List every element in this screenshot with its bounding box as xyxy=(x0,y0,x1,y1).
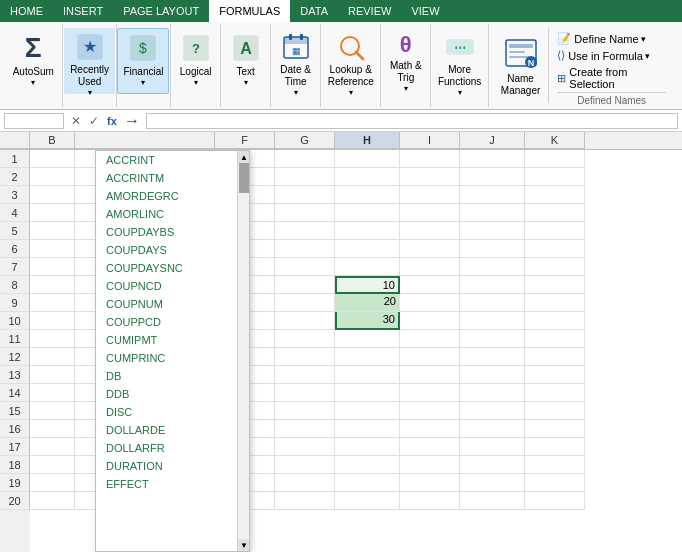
cell-i7[interactable] xyxy=(400,258,460,276)
cell-b3[interactable] xyxy=(30,186,75,204)
cell-k2[interactable] xyxy=(525,168,585,186)
date-time-button[interactable]: ▦ Date &Time ▾ xyxy=(274,28,318,94)
cell-b2[interactable] xyxy=(30,168,75,186)
dropdown-item-amorlinc[interactable]: AMORLINC xyxy=(96,205,249,223)
cell-h2[interactable] xyxy=(335,168,400,186)
cell-b1[interactable] xyxy=(30,150,75,168)
dropdown-item-db[interactable]: DB xyxy=(96,367,249,385)
cell-k5[interactable] xyxy=(525,222,585,240)
cell-i9[interactable] xyxy=(400,294,460,312)
cell-j5[interactable] xyxy=(460,222,525,240)
cell-g7[interactable] xyxy=(275,258,335,276)
text-button[interactable]: A Text ▾ xyxy=(224,28,268,94)
formula-input[interactable] xyxy=(146,113,678,129)
cell-i1[interactable] xyxy=(400,150,460,168)
cell-b6[interactable] xyxy=(30,240,75,258)
cell-g4[interactable] xyxy=(275,204,335,222)
dropdown-item-ddb[interactable]: DDB xyxy=(96,385,249,403)
dropdown-item-duration[interactable]: DURATION xyxy=(96,457,249,475)
tab-page-layout[interactable]: PAGE LAYOUT xyxy=(113,0,209,22)
cell-h10[interactable]: 30 xyxy=(335,312,400,330)
recently-used-button[interactable]: ★ RecentlyUsed ▾ xyxy=(64,28,115,94)
cell-j3[interactable] xyxy=(460,186,525,204)
cell-h9[interactable]: 20 xyxy=(335,294,400,312)
cell-g6[interactable] xyxy=(275,240,335,258)
dropdown-item-accrint[interactable]: ACCRINT xyxy=(96,151,249,169)
cancel-formula-button[interactable]: ✕ xyxy=(68,113,84,129)
cell-b9[interactable] xyxy=(30,294,75,312)
dropdown-item-coupdays[interactable]: COUPDAYS xyxy=(96,241,249,259)
cell-g3[interactable] xyxy=(275,186,335,204)
insert-function-button[interactable]: fx xyxy=(104,113,120,129)
cell-h1[interactable] xyxy=(335,150,400,168)
logical-button[interactable]: ? Logical ▾ xyxy=(174,28,218,94)
tab-view[interactable]: VIEW xyxy=(401,0,449,22)
cell-h5[interactable] xyxy=(335,222,400,240)
cell-b5[interactable] xyxy=(30,222,75,240)
name-manager-button[interactable]: N NameManager xyxy=(493,28,549,103)
tab-home[interactable]: HOME xyxy=(0,0,53,22)
cell-h8[interactable]: 10 xyxy=(335,276,400,294)
tab-formulas[interactable]: FORMULAS xyxy=(209,0,290,22)
cell-g8[interactable] xyxy=(275,276,335,294)
dropdown-item-coupdaysnc[interactable]: COUPDAYSNC xyxy=(96,259,249,277)
scroll-thumb[interactable] xyxy=(239,163,249,193)
cell-b8[interactable] xyxy=(30,276,75,294)
name-box[interactable] xyxy=(4,113,64,129)
enter-formula-button[interactable]: ✓ xyxy=(86,113,102,129)
cell-j10[interactable] xyxy=(460,312,525,330)
create-from-selection-button[interactable]: ⊞ Create from Selection xyxy=(557,64,666,92)
cell-j7[interactable] xyxy=(460,258,525,276)
financial-button[interactable]: $ Financial ▾ xyxy=(117,28,169,94)
tab-insert[interactable]: INSERT xyxy=(53,0,113,22)
dropdown-item-disc[interactable]: DISC xyxy=(96,403,249,421)
cell-h4[interactable] xyxy=(335,204,400,222)
cell-i2[interactable] xyxy=(400,168,460,186)
scroll-up-button[interactable]: ▲ xyxy=(238,151,249,163)
dropdown-item-dollarde[interactable]: DOLLARDE xyxy=(96,421,249,439)
cell-i10[interactable] xyxy=(400,312,460,330)
cell-j4[interactable] xyxy=(460,204,525,222)
dropdown-item-coupncd[interactable]: COUPNCD xyxy=(96,277,249,295)
cell-k3[interactable] xyxy=(525,186,585,204)
cell-i6[interactable] xyxy=(400,240,460,258)
use-in-formula-button[interactable]: ⟨⟩ Use in Formula ▾ xyxy=(557,47,666,64)
dropdown-item-dollarfr[interactable]: DOLLARFR xyxy=(96,439,249,457)
cell-i4[interactable] xyxy=(400,204,460,222)
tab-data[interactable]: DATA xyxy=(290,0,338,22)
cell-g9[interactable] xyxy=(275,294,335,312)
cell-k8[interactable] xyxy=(525,276,585,294)
cell-k6[interactable] xyxy=(525,240,585,258)
cell-g2[interactable] xyxy=(275,168,335,186)
math-button[interactable]: θ Math &Trig ▾ xyxy=(384,28,428,94)
dropdown-item-cumprinc[interactable]: CUMPRINC xyxy=(96,349,249,367)
cell-k4[interactable] xyxy=(525,204,585,222)
cell-h3[interactable] xyxy=(335,186,400,204)
cell-k7[interactable] xyxy=(525,258,585,276)
lookup-button[interactable]: Lookup &Reference ▾ xyxy=(322,28,380,94)
cell-b10[interactable] xyxy=(30,312,75,330)
dropdown-item-amordegrc[interactable]: AMORDEGRC xyxy=(96,187,249,205)
cell-i8[interactable] xyxy=(400,276,460,294)
cell-j8[interactable] xyxy=(460,276,525,294)
autosum-button[interactable]: Σ AutoSum ▾ xyxy=(7,28,60,94)
cell-g10[interactable] xyxy=(275,312,335,330)
cell-h7[interactable] xyxy=(335,258,400,276)
cell-j9[interactable] xyxy=(460,294,525,312)
dropdown-item-effect[interactable]: EFFECT xyxy=(96,475,249,493)
cell-i3[interactable] xyxy=(400,186,460,204)
more-functions-button[interactable]: ⋯ MoreFunctions ▾ xyxy=(432,28,487,94)
cell-g1[interactable] xyxy=(275,150,335,168)
dropdown-item-cumipmt[interactable]: CUMIPMT xyxy=(96,331,249,349)
dropdown-item-accrintm[interactable]: ACCRINTM xyxy=(96,169,249,187)
tab-review[interactable]: REVIEW xyxy=(338,0,401,22)
cell-k10[interactable] xyxy=(525,312,585,330)
cell-i5[interactable] xyxy=(400,222,460,240)
define-name-button[interactable]: 📝 Define Name ▾ xyxy=(557,30,666,47)
cell-b7[interactable] xyxy=(30,258,75,276)
cell-k1[interactable] xyxy=(525,150,585,168)
cell-h6[interactable] xyxy=(335,240,400,258)
dropdown-item-coupdaybs[interactable]: COUPDAYBS xyxy=(96,223,249,241)
cell-k9[interactable] xyxy=(525,294,585,312)
cell-j2[interactable] xyxy=(460,168,525,186)
